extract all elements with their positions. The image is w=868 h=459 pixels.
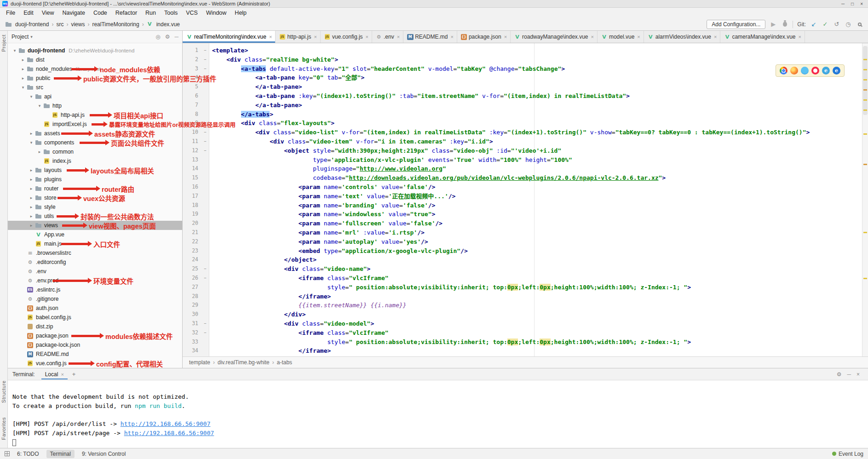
tree-item-duoji-frontend[interactable]: ▾duoji-frontendD:\zheheWeb\duoji-fronten…	[8, 46, 182, 55]
tree-item-utils[interactable]: ▸utils	[8, 212, 182, 221]
code-line[interactable]: 10− <div class="video-list" v-for="(item…	[183, 128, 862, 137]
fold-icon[interactable]: −	[201, 137, 209, 146]
tree-item-node-modules[interactable]: ▸node_moduleslibrary root	[8, 64, 182, 74]
fold-icon[interactable]: −	[201, 319, 209, 328]
code-line[interactable]: 29 {{item.streetName}} {{i.name}}	[183, 301, 862, 310]
tree-item-api[interactable]: ▾api	[8, 92, 182, 101]
editor-tab-package-json[interactable]: package.json×	[457, 31, 511, 43]
menu-item-vcs[interactable]: VCS	[182, 9, 202, 17]
menu-item-window[interactable]: Window	[202, 9, 230, 17]
code-line[interactable]: 8 </a-tabs>	[183, 110, 862, 119]
tree-item-package-json[interactable]: package.json	[8, 331, 182, 340]
code-line[interactable]: 5 </a-tab-pane>	[183, 82, 862, 92]
hide-icon[interactable]: ─	[174, 34, 178, 40]
menu-item-run[interactable]: Run	[141, 9, 160, 17]
code-line[interactable]: 30 </div>	[183, 310, 862, 319]
tree-item-style[interactable]: ▸style	[8, 202, 182, 212]
code-line[interactable]: 14 pluginspage="http://www.videolan.org"	[183, 164, 862, 173]
tree-item-importexcel-js[interactable]: importExcel.js	[8, 120, 182, 129]
search-icon[interactable]	[856, 23, 863, 26]
menu-item-file[interactable]: File	[2, 9, 19, 17]
breadcrumb-item-src[interactable]: src	[55, 21, 64, 28]
editor-scrollbar[interactable]	[862, 43, 868, 356]
tree-collapsed-icon[interactable]: ▸	[36, 149, 43, 154]
code-line[interactable]: 22 <param name='autoplay' value='yes'/>	[183, 237, 862, 247]
editor-tab-realtimemonitoring-index-vue[interactable]: realTimeMonitoring\index.vue×	[183, 31, 276, 43]
git-commit-icon[interactable]: ✓	[822, 21, 829, 27]
code-line[interactable]: 20 <param name='fullscreen' value='false…	[183, 219, 862, 228]
code-line[interactable]: 11− <div class="video-item" v-for="i in …	[183, 137, 862, 146]
fold-icon[interactable]: −	[201, 146, 209, 155]
fold-icon[interactable]: −	[201, 264, 209, 274]
terminal-output[interactable]: Note that the development build is not o…	[8, 380, 868, 447]
code-line[interactable]: 23 <embed type="application/x-google-vlc…	[183, 247, 862, 256]
minimize-icon[interactable]: ─	[841, 0, 845, 7]
breadcrumb-item-views[interactable]: views	[70, 21, 86, 28]
breadcrumb-item-template[interactable]: template	[188, 359, 211, 366]
tree-item-app-vue[interactable]: App.vue	[8, 230, 182, 239]
tab-close-icon[interactable]: ×	[504, 34, 507, 40]
tree-item-env[interactable]: .env	[8, 267, 182, 276]
breadcrumb-item-realtimemonitoring[interactable]: realTimeMonitoring	[91, 21, 140, 28]
code-line[interactable]: 2− <div class="realTime bg-white">	[183, 55, 862, 64]
ie-icon[interactable]	[822, 67, 830, 75]
tree-item-layouts[interactable]: ▸layouts	[8, 166, 182, 175]
tree-collapsed-icon[interactable]: ▸	[28, 205, 34, 209]
tab-close-icon[interactable]: ×	[637, 34, 640, 40]
code-line[interactable]: 9− <div class="flex-layouts">	[183, 119, 862, 128]
tree-item-src[interactable]: ▾src	[8, 83, 182, 92]
tree-item-gitignore[interactable]: .gitignore	[8, 294, 182, 304]
terminal-close-icon[interactable]: ×	[857, 371, 860, 378]
menu-item-refactor[interactable]: Refactor	[111, 9, 141, 17]
maximize-icon[interactable]: □	[851, 0, 854, 7]
tree-item-public[interactable]: ▸public	[8, 74, 182, 83]
tree-collapsed-icon[interactable]: ▸	[20, 57, 26, 62]
editor-tab-alarmvideos-index-vue[interactable]: alarmVideos\index.vue×	[644, 31, 721, 43]
terminal-minimize-icon[interactable]: ─	[847, 371, 851, 378]
menu-item-help[interactable]: Help	[230, 9, 251, 17]
tree-collapsed-icon[interactable]: ▸	[20, 76, 26, 80]
tree-expanded-icon[interactable]: ▾	[28, 94, 34, 99]
settings-icon[interactable]: ⚙	[165, 34, 170, 40]
code-line[interactable]: 33 style=" position:absolute;visibility:…	[183, 338, 862, 347]
new-terminal-icon[interactable]: +	[72, 371, 76, 378]
terminal-tab-local[interactable]: Local ×	[41, 369, 68, 379]
tree-expanded-icon[interactable]: ▾	[28, 140, 34, 145]
git-update-icon[interactable]: ↙	[810, 21, 817, 27]
code-line[interactable]: 15 codebase="http://downloads.videolan.o…	[183, 173, 862, 183]
tree-item-index-js[interactable]: index.js	[8, 156, 182, 166]
tree-item-env-prod[interactable]: .env.prod	[8, 276, 182, 285]
opera-icon[interactable]	[811, 67, 819, 75]
fold-icon[interactable]: −	[201, 119, 209, 128]
safari-icon[interactable]	[801, 67, 809, 75]
editor-tab-cameramanage-index-vue[interactable]: cameraManage\index.vue×	[720, 31, 805, 43]
code-line[interactable]: 7 </a-tab-pane>	[183, 101, 862, 110]
editor-tab-http-api-js[interactable]: http-api.js×	[276, 31, 320, 43]
tree-item-auth-json[interactable]: auth.json	[8, 304, 182, 313]
editor-tab-env[interactable]: .env×	[372, 31, 403, 43]
locate-icon[interactable]: ◎	[155, 34, 160, 40]
tree-item-package-lock-json[interactable]: package-lock.json	[8, 340, 182, 350]
fold-icon[interactable]: −	[201, 128, 209, 137]
git-revert-icon[interactable]: ↺	[833, 21, 840, 27]
tree-expanded-icon[interactable]: ▾	[11, 48, 18, 53]
code-line[interactable]: 25− <div class="video-name">	[183, 264, 862, 274]
run-icon[interactable]: ▶	[770, 21, 777, 27]
tab-close-icon[interactable]: ×	[61, 372, 63, 377]
menu-item-edit[interactable]: Edit	[19, 9, 38, 17]
tree-collapsed-icon[interactable]: ▸	[28, 131, 34, 136]
tab-close-icon[interactable]: ×	[798, 34, 801, 40]
tree-item-common[interactable]: ▸common	[8, 147, 182, 156]
tree-item-views[interactable]: ▸views	[8, 221, 182, 230]
chrome-icon[interactable]	[780, 67, 788, 75]
tree-expanded-icon[interactable]: ▾	[20, 85, 26, 90]
tree-collapsed-icon[interactable]: ▸	[20, 67, 26, 71]
fold-icon[interactable]: −	[201, 274, 209, 283]
tab-close-icon[interactable]: ×	[397, 34, 400, 40]
fold-icon[interactable]: −	[201, 55, 209, 64]
tree-item-editorconfig[interactable]: .editorconfig	[8, 258, 182, 267]
tree-collapsed-icon[interactable]: ▸	[28, 195, 34, 200]
tool-strip-structure[interactable]: Structure	[1, 380, 6, 403]
code-line[interactable]: 17 <param name='text' value='正在加载视频中...'…	[183, 192, 862, 201]
fold-icon[interactable]: −	[201, 328, 209, 338]
